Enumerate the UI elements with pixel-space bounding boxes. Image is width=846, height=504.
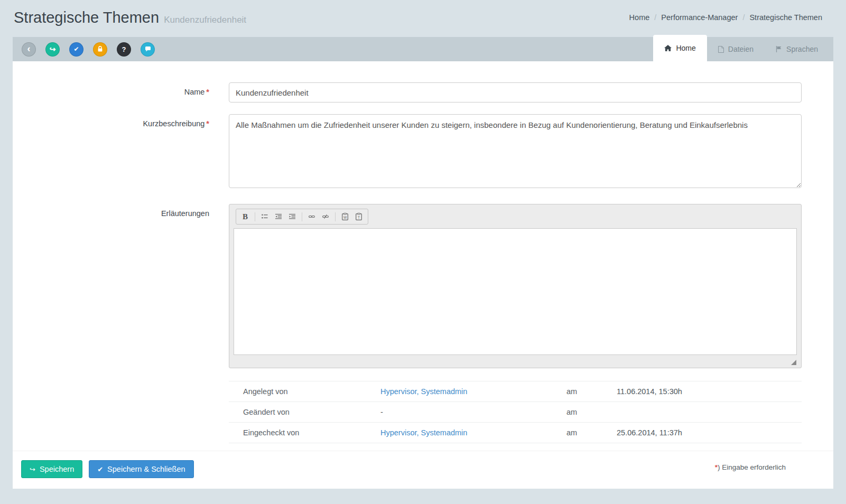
- short-description-label-text: Kurzbeschreibung: [143, 119, 204, 128]
- check-icon: ✔: [97, 466, 103, 473]
- tab-home-label: Home: [676, 44, 695, 52]
- form-footer: ↪ Speichern ✔ Speichern & Schließen *) E…: [13, 451, 833, 489]
- short-description-textarea[interactable]: Alle Maßnahmen um die Zufriedenheit unse…: [229, 114, 802, 188]
- help-button[interactable]: ?: [117, 42, 131, 57]
- save-and-close-button-label: Speichern & Schließen: [107, 465, 185, 473]
- paste-from-word-icon: W: [342, 213, 348, 220]
- indent-button[interactable]: [286, 210, 299, 223]
- bold-button[interactable]: B: [239, 210, 252, 223]
- breadcrumb-item-performance-manager[interactable]: Performance-Manager: [661, 13, 738, 22]
- checked-in-am-label: am: [566, 428, 617, 437]
- rich-text-editor: B: [229, 204, 802, 368]
- tab-dateien-label: Dateien: [728, 45, 754, 53]
- bullet-list-icon: [262, 213, 268, 220]
- paste-as-text-button[interactable]: T: [352, 210, 365, 223]
- checked-in-by-label: Eingecheckt von: [243, 428, 380, 437]
- name-input[interactable]: [229, 82, 802, 102]
- lock-button[interactable]: [93, 42, 107, 57]
- created-am-label: am: [566, 387, 617, 396]
- tab-home[interactable]: Home: [653, 35, 706, 61]
- check-icon: ✔: [73, 46, 79, 52]
- title-group: Strategische Themen Kundenzufriedenheit: [14, 9, 246, 26]
- save-arrow-icon: ↪: [50, 45, 56, 53]
- chevron-left-icon: ‹: [27, 44, 31, 53]
- tab-bar: Home Dateien Sprachen: [653, 37, 829, 61]
- required-asterisk: *: [206, 88, 209, 96]
- meta-table: Angelegt von Hypervisor, Systemadmin am …: [229, 381, 802, 443]
- form-panel: Name* Kurzbeschreibung* Alle Maßnahmen u…: [13, 61, 833, 489]
- modified-am-label: am: [566, 408, 617, 416]
- question-icon: ?: [122, 46, 126, 53]
- form-row-short-description: Kurzbeschreibung* Alle Maßnahmen um die …: [13, 114, 833, 190]
- checked-in-by-user-link[interactable]: Hypervisor, Systemadmin: [380, 428, 566, 437]
- breadcrumb-separator: /: [738, 13, 749, 22]
- name-label-text: Name: [184, 88, 205, 96]
- tab-sprachen-label: Sprachen: [786, 45, 818, 53]
- comment-icon: [145, 46, 151, 52]
- save-arrow-icon: ↪: [30, 466, 35, 473]
- created-by-user-link[interactable]: Hypervisor, Systemadmin: [380, 387, 566, 396]
- link-button[interactable]: [305, 210, 318, 223]
- resize-grip-icon[interactable]: [791, 360, 796, 365]
- editor-statusbar: [234, 355, 797, 368]
- form-row-name: Name*: [13, 82, 833, 102]
- breadcrumb-item-home[interactable]: Home: [629, 13, 650, 22]
- breadcrumb: Home / Performance-Manager / Strategisch…: [629, 13, 822, 22]
- name-label: Name*: [13, 82, 209, 102]
- breadcrumb-separator: /: [649, 13, 661, 22]
- page-header: Strategische Themen Kundenzufriedenheit …: [0, 0, 846, 37]
- explanations-label: Erläuterungen: [13, 204, 209, 368]
- checked-in-date: 25.06.2014, 11:37h: [617, 428, 802, 437]
- flag-icon: [776, 46, 782, 52]
- required-note: *) Eingabe erforderlich: [713, 463, 786, 471]
- paste-from-word-button[interactable]: W: [339, 210, 351, 223]
- save-button[interactable]: ↪ Speichern: [21, 460, 82, 478]
- name-field-wrap: [229, 82, 802, 102]
- breadcrumb-item-current: Strategische Themen: [749, 13, 822, 22]
- editor-toolbar: B: [234, 208, 797, 228]
- save-button-label: Speichern: [40, 465, 74, 473]
- editor-toolbar-separator: [335, 212, 336, 221]
- meta-row-checked-in: Eingecheckt von Hypervisor, Systemadmin …: [229, 422, 802, 443]
- tab-dateien[interactable]: Dateien: [707, 37, 765, 61]
- meta-row-modified: Geändert von - am: [229, 402, 802, 422]
- action-toolbar: ‹ ↪ ✔ ?: [22, 42, 155, 57]
- required-asterisk: *: [206, 119, 209, 128]
- save-and-close-button[interactable]: ✔ Speichern & Schließen: [89, 460, 193, 478]
- explanations-field-wrap: B: [229, 204, 802, 368]
- explanations-label-text: Erläuterungen: [161, 209, 209, 218]
- short-description-label: Kurzbeschreibung*: [13, 114, 209, 190]
- link-icon: [309, 214, 315, 219]
- lock-icon: [97, 46, 103, 52]
- back-button[interactable]: ‹: [22, 42, 36, 57]
- check-in-button[interactable]: ✔: [69, 42, 83, 57]
- modified-by-label: Geändert von: [243, 408, 380, 416]
- file-icon: [718, 46, 724, 53]
- indent-icon: [289, 213, 295, 220]
- editor-content[interactable]: [234, 228, 797, 355]
- unlink-button[interactable]: [319, 210, 332, 223]
- modified-by-user: -: [380, 408, 566, 416]
- home-icon: [664, 45, 672, 51]
- created-date: 11.06.2014, 15:30h: [617, 387, 802, 396]
- created-by-label: Angelegt von: [243, 387, 380, 396]
- bullet-list-button[interactable]: [258, 210, 271, 223]
- svg-text:W: W: [343, 216, 347, 219]
- paste-as-text-icon: T: [356, 213, 362, 220]
- editor-toolbar-separator: [302, 212, 302, 221]
- svg-text:T: T: [358, 216, 360, 219]
- required-note-text: ) Eingabe erforderlich: [718, 463, 786, 471]
- save-toolbar-button[interactable]: ↪: [45, 42, 60, 57]
- form-row-explanations: Erläuterungen B: [13, 204, 833, 368]
- outdent-button[interactable]: [272, 210, 285, 223]
- editor-toolbar-group: B: [236, 209, 368, 225]
- short-description-field-wrap: Alle Maßnahmen um die Zufriedenheit unse…: [229, 114, 802, 190]
- outdent-icon: [275, 213, 282, 220]
- tab-sprachen[interactable]: Sprachen: [765, 37, 829, 61]
- page-title: Strategische Themen: [14, 9, 159, 26]
- toolbar-band: ‹ ↪ ✔ ? Home: [13, 37, 833, 61]
- unlink-icon: [322, 213, 329, 220]
- page-subtitle: Kundenzufriedenheit: [164, 15, 246, 25]
- editor-toolbar-separator: [255, 212, 255, 221]
- comment-button[interactable]: [141, 42, 155, 57]
